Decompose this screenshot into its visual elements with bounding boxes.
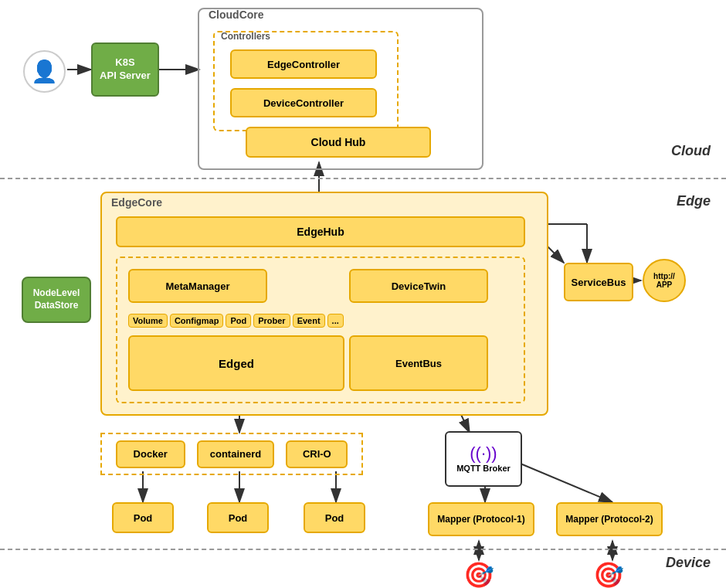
tag-volume: Volume <box>128 314 168 328</box>
pod-2: Pod <box>207 502 269 533</box>
edgecore-title: EdgeCore <box>111 196 162 209</box>
device-label: Device <box>666 555 711 571</box>
runtime-box: Docker containerd CRI-O <box>100 433 363 475</box>
meta-manager: MetaManager <box>128 269 267 303</box>
edged-box: Edged <box>128 335 344 391</box>
edged-tags: Volume Configmap Pod Prober Event ... <box>128 314 344 328</box>
mqtt-broker: ((·)) MQTT Broker <box>445 431 522 487</box>
mapper-protocol-1: Mapper (Protocol-1) <box>428 502 534 536</box>
tag-dots: ... <box>327 314 344 328</box>
edgecore-box: EdgeCore EdgeHub MetaManager DeviceTwin … <box>100 192 548 416</box>
device-controller: DeviceController <box>230 88 377 117</box>
event-bus: EventBus <box>349 335 488 391</box>
diagram-container: Cloud Edge Device 👤 K8S API Server Cloud… <box>0 0 726 588</box>
cloud-edge-divider <box>0 178 726 179</box>
http-app: http:// APP <box>643 259 686 302</box>
containerd-box: containerd <box>197 440 274 468</box>
cloudcore-box: CloudCore Controllers EdgeController Dev… <box>198 8 483 170</box>
person-icon: 👤 <box>23 50 66 93</box>
cloud-hub: Cloud Hub <box>246 127 431 158</box>
inner-dashed-box: MetaManager DeviceTwin Volume Configmap … <box>116 257 525 403</box>
mapper-protocol-2: Mapper (Protocol-2) <box>556 502 663 536</box>
node-level-datastore: NodeLevel DataStore <box>22 277 91 323</box>
device-icon-1: 🎯 <box>463 560 494 588</box>
tag-configmap: Configmap <box>170 314 223 328</box>
tag-prober: Prober <box>253 314 290 328</box>
k8s-api-server: K8S API Server <box>91 42 159 97</box>
cri-o-box: CRI-O <box>286 440 348 468</box>
service-bus: ServiceBus <box>564 263 633 301</box>
tag-pod: Pod <box>226 314 251 328</box>
pod-1: Pod <box>112 502 174 533</box>
device-twin: DeviceTwin <box>349 269 488 303</box>
edge-controller: EdgeController <box>230 49 377 79</box>
edge-device-divider <box>0 549 726 550</box>
cloudcore-title: CloudCore <box>209 8 264 21</box>
pod-3: Pod <box>304 502 365 533</box>
docker-box: Docker <box>116 440 185 468</box>
edge-hub: EdgeHub <box>116 216 525 247</box>
tag-event: Event <box>293 314 325 328</box>
controllers-box: Controllers EdgeController DeviceControl… <box>213 31 399 131</box>
controllers-label: Controllers <box>221 31 270 42</box>
cloud-label: Cloud <box>671 143 711 159</box>
device-icon-2: 🎯 <box>593 560 624 588</box>
edge-label: Edge <box>677 193 711 209</box>
